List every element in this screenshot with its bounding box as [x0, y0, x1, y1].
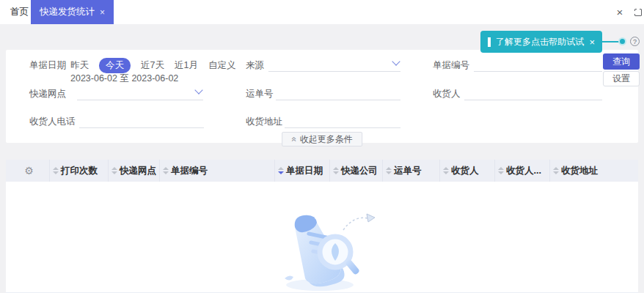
column-header[interactable]: 单据编号: [160, 160, 275, 182]
column-header[interactable]: 单据日期: [275, 160, 330, 182]
fullscreen-icon[interactable]: [629, 0, 644, 24]
collapse-button-label: 收起更多条件: [300, 133, 353, 146]
waybill-label: 运单号: [246, 88, 274, 100]
address-input[interactable]: [285, 112, 400, 127]
column-header-label: 快递公司: [341, 165, 378, 177]
sort-carets-icon[interactable]: [278, 167, 284, 174]
date-option[interactable]: 自定义: [208, 59, 236, 72]
query-button[interactable]: 查询: [603, 53, 640, 70]
column-header[interactable]: 打印次数: [50, 160, 109, 182]
column-header[interactable]: 快递公司: [330, 160, 383, 182]
tab-home-label: 首页: [10, 6, 29, 18]
doc-date-label: 单据日期: [29, 59, 66, 72]
sort-carets-icon[interactable]: [443, 167, 449, 174]
consignee-label: 收货人: [433, 88, 461, 100]
column-header[interactable]: 快递网点: [109, 160, 160, 182]
consignee-input[interactable]: [464, 84, 602, 100]
column-header-label: 单据日期: [286, 165, 323, 177]
phone-label: 收货人电话: [29, 116, 76, 128]
help-toggle-dot[interactable]: [618, 37, 626, 45]
column-header-label: 收货地址: [561, 165, 598, 177]
column-header-label: 运单号: [394, 165, 422, 177]
waybill-field[interactable]: [276, 84, 400, 100]
column-header[interactable]: 收货人...: [495, 160, 550, 182]
column-header-label: 收货人...: [506, 165, 541, 177]
sort-carets-icon[interactable]: [333, 167, 339, 174]
table-header-row: ⚙ 打印次数快递网点单据编号单据日期快递公司运单号收货人收货人...收货地址: [6, 160, 638, 182]
column-header[interactable]: 运单号: [383, 160, 440, 182]
column-settings-gear-icon[interactable]: ⚙: [6, 160, 50, 182]
collapse-more-conditions-button[interactable]: « 收起更多条件: [282, 132, 362, 146]
phone-input[interactable]: [79, 112, 204, 127]
column-header-label: 单据编号: [171, 165, 208, 177]
address-label: 收货地址: [246, 116, 282, 128]
tab-bar: 首页 快递发货统计 × ×: [0, 0, 644, 24]
double-chevron-up-icon: «: [289, 137, 299, 142]
doc-no-field[interactable]: [474, 56, 602, 72]
no-data-illustration: [267, 207, 377, 293]
question-mark-icon[interactable]: ?: [630, 37, 640, 46]
empty-state: 暂无数据: [6, 182, 638, 293]
date-range-value[interactable]: 2023-06-02 至 2023-06-02: [70, 73, 178, 85]
date-option[interactable]: 今天: [99, 58, 131, 73]
help-tooltip: 了解更多点击帮助试试 ×: [480, 31, 602, 53]
tooltip-text: 了解更多点击帮助试试: [496, 36, 584, 48]
waybill-input[interactable]: [276, 84, 400, 100]
tooltip-marker: [488, 37, 491, 47]
source-label: 来源: [246, 59, 264, 72]
close-icon[interactable]: ×: [610, 0, 629, 24]
tooltip-close-icon[interactable]: ×: [589, 37, 595, 48]
source-input[interactable]: [268, 56, 400, 71]
sort-carets-icon[interactable]: [163, 167, 169, 174]
date-option[interactable]: 近1月: [175, 59, 198, 72]
results-table: ⚙ 打印次数快递网点单据编号单据日期快递公司运单号收货人收货人...收货地址: [6, 160, 638, 293]
column-header-label: 快递网点: [120, 165, 156, 177]
column-header[interactable]: 收货人: [440, 160, 495, 182]
sort-carets-icon[interactable]: [386, 167, 392, 174]
date-option[interactable]: 昨天: [70, 59, 89, 72]
sort-carets-icon[interactable]: [111, 167, 117, 174]
sort-carets-icon[interactable]: [53, 167, 59, 174]
date-quick-options: 昨天今天近7天近1月自定义: [70, 58, 235, 73]
outlet-input[interactable]: [77, 84, 203, 100]
filter-panel: 单据日期 昨天今天近7天近1月自定义 2023-06-02 至 2023-06-…: [6, 50, 638, 143]
doc-no-input[interactable]: [474, 56, 602, 71]
sort-carets-icon[interactable]: [553, 167, 559, 174]
sort-carets-icon[interactable]: [498, 167, 504, 174]
doc-no-label: 单据编号: [433, 59, 469, 72]
consignee-field[interactable]: [464, 84, 602, 100]
outlet-select[interactable]: [77, 84, 203, 100]
phone-field[interactable]: [79, 112, 204, 128]
date-option[interactable]: 近7天: [141, 59, 164, 72]
column-header-label: 收货人: [451, 165, 479, 177]
tab-express-stats[interactable]: 快递发货统计 ×: [31, 0, 114, 24]
address-field[interactable]: [285, 112, 400, 128]
column-header-label: 打印次数: [61, 165, 98, 177]
tab-close-icon[interactable]: ×: [100, 7, 105, 18]
source-select[interactable]: [268, 56, 400, 72]
tab-home[interactable]: 首页: [10, 0, 29, 24]
tab-label: 快递发货统计: [40, 6, 95, 18]
column-header[interactable]: 收货地址: [550, 160, 638, 182]
settings-button[interactable]: 设置: [603, 71, 640, 86]
outlet-label: 快递网点: [29, 88, 66, 100]
